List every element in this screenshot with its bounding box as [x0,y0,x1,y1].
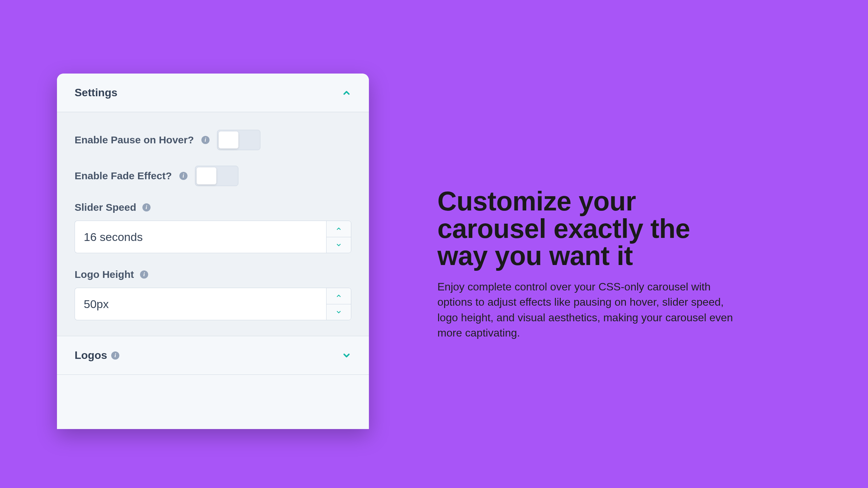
pause-hover-label: Enable Pause on Hover? [75,134,194,146]
pause-hover-field: Enable Pause on Hover? i [75,130,351,150]
panel-bottom-spacer [57,375,369,429]
logo-height-up-button[interactable] [327,288,351,304]
pause-hover-toggle[interactable] [217,130,260,150]
logo-height-label: Logo Height [75,269,134,280]
slider-speed-down-button[interactable] [327,237,351,253]
toggle-knob [197,167,216,184]
logo-height-stepper [326,288,351,320]
logos-section-header[interactable]: Logos i [57,336,369,375]
toggle-knob [219,131,238,148]
info-icon[interactable]: i [111,351,119,360]
logo-height-down-button[interactable] [327,304,351,320]
fade-effect-toggle[interactable] [195,166,238,186]
fade-effect-field: Enable Fade Effect? i [75,166,351,186]
marketing-heading: Customize your carousel exactly the way … [437,188,739,270]
logos-section-title: Logos [75,349,107,362]
slider-speed-input[interactable] [75,221,326,253]
info-icon[interactable]: i [140,270,148,279]
chevron-down-icon [342,351,351,360]
fade-effect-label: Enable Fade Effect? [75,170,172,182]
chevron-down-icon [336,242,342,248]
settings-section-body: Enable Pause on Hover? i Enable Fade Eff… [57,112,369,336]
chevron-down-icon [336,309,342,315]
slider-speed-up-button[interactable] [327,221,351,237]
slider-speed-label: Slider Speed [75,202,136,213]
slider-speed-field: Slider Speed i [75,202,351,253]
chevron-up-icon [336,226,342,232]
marketing-content: Customize your carousel exactly the way … [437,188,739,341]
marketing-body: Enjoy complete control over your CSS-onl… [437,279,739,341]
info-icon[interactable]: i [142,203,151,211]
chevron-up-icon [342,88,351,98]
settings-section-title: Settings [75,86,117,99]
slider-speed-input-wrap [75,221,351,253]
logo-height-field: Logo Height i [75,269,351,320]
chevron-up-icon [336,293,342,299]
info-icon[interactable]: i [179,172,188,180]
settings-section-header[interactable]: Settings [57,74,369,112]
slider-speed-stepper [326,221,351,253]
logo-height-input[interactable] [75,288,326,320]
settings-panel: Settings Enable Pause on Hover? i Enable… [57,74,369,429]
logo-height-input-wrap [75,288,351,320]
info-icon[interactable]: i [201,136,210,144]
